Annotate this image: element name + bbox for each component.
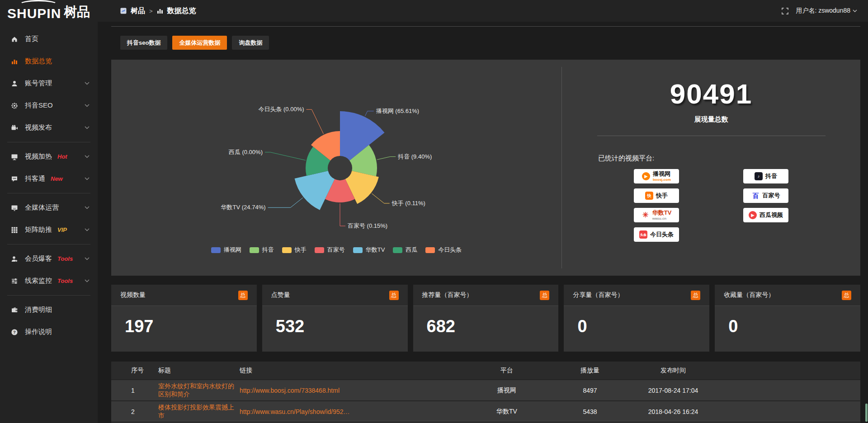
stat-card-video-count: 视频数量 总 197 [111, 285, 257, 352]
total-badge: 总 [238, 291, 248, 300]
username-label: 用户名: zswodun88 [796, 7, 850, 15]
sidebar-item-label: 矩阵助推 [25, 226, 52, 234]
pie-label-line [340, 203, 345, 226]
table-row: 2楼体投影灯投影效果震撼上市http://www.wasu.cn/Play/sh… [111, 401, 860, 422]
legend-item-快手[interactable]: 快手 [282, 246, 307, 254]
app-logo[interactable]: SHUPIN 树品 [7, 3, 90, 21]
pie-label-西瓜: 西瓜 (0.00%) [229, 148, 263, 156]
stat-card-like-count: 点赞量 总 532 [262, 285, 408, 352]
sidebar-item-help[interactable]: ?操作说明 [0, 321, 98, 343]
sidebar-item-member-burst[interactable]: 会员爆客Tools [0, 248, 98, 270]
row-checkbox-cell [111, 380, 127, 401]
platform-badge-boosj: ▶播视网boosj.com [634, 169, 679, 183]
pie-label-百家号: 百家号 (0.15%) [348, 222, 387, 230]
starburst-icon: ✳ [642, 211, 650, 219]
pie-label-line [377, 157, 396, 160]
sidebar-item-matrix-boost[interactable]: 矩阵助推VIP [0, 219, 98, 241]
sidebar: 首页数据总览账号管理抖音SEO视频发布视频加热Hot抖客通New全媒体运营矩阵助… [0, 22, 98, 423]
legend-swatch [250, 247, 259, 253]
legend-label: 抖音 [262, 246, 274, 254]
stat-card-value: 0 [728, 317, 860, 336]
sidebar-item-clue-monitor[interactable]: 线索监控Tools [0, 270, 98, 292]
sidebar-item-label: 视频加热 [25, 152, 52, 161]
sidebar-item-data-overview[interactable]: 数据总览 [0, 50, 98, 72]
video-url-link[interactable]: http://www.boosj.com/7338468.html [240, 387, 340, 394]
cell-platform: 华数TV [465, 401, 549, 422]
user-menu[interactable]: 用户名: zswodun88 [796, 7, 857, 15]
col-header-title: 标题 [154, 362, 235, 380]
legend-item-华数TV[interactable]: 华数TV [353, 246, 385, 254]
sidebar-item-video-heat[interactable]: 视频加热Hot [0, 146, 98, 168]
legend-item-百家号[interactable]: 百家号 [315, 246, 345, 254]
stat-card-recommend-count: 推荐量（百家号） 总 682 [413, 285, 559, 352]
pie-label-line [372, 193, 389, 203]
sidebar-item-home[interactable]: 首页 [0, 28, 98, 50]
home-icon [11, 36, 18, 43]
row-checkbox-cell [111, 401, 127, 422]
sidebar-item-badge: Tools [57, 277, 73, 284]
stat-card-share-count: 分享量（百家号） 总 0 [564, 285, 709, 352]
sidebar-item-douyin-seo[interactable]: 抖音SEO [0, 94, 98, 117]
platform-badges: ▶播视网boosj.com♪抖音快快手百百家号✳华数TVwasu.cn▶西瓜视频… [562, 169, 860, 242]
stat-card-header: 收藏量（百家号） 总 [715, 285, 860, 306]
stat-card-title: 分享量（百家号） [573, 291, 623, 299]
toutiao-icon: 头条 [639, 230, 647, 239]
legend-item-今日头条[interactable]: 今日头条 [425, 246, 462, 254]
platform-name: 播视网 [653, 171, 670, 177]
tab-omni-media-data[interactable]: 全媒体运营数据 [172, 36, 227, 50]
legend-swatch [393, 247, 402, 253]
play-circle-red-icon: ▶ [749, 211, 757, 219]
pie-label-line [365, 111, 374, 116]
trend-square-icon [120, 8, 127, 14]
svg-text:?: ? [13, 329, 16, 334]
tab-douyin-seo-data[interactable]: 抖音seo数据 [120, 36, 167, 50]
tab-inquiry-data[interactable]: 询盘数据 [232, 36, 269, 50]
sidebar-item-video-publish[interactable]: 视频发布 [0, 117, 98, 139]
sidebar-item-label: 抖音SEO [25, 101, 53, 110]
sidebar-item-omni-media[interactable]: 全媒体运营 [0, 197, 98, 219]
total-impressions-value: 90491 [562, 78, 860, 110]
breadcrumb-separator: > [149, 8, 153, 14]
legend-item-抖音[interactable]: 抖音 [250, 246, 274, 254]
sidebar-item-badge: Tools [57, 255, 73, 262]
sidebar-item-label: 抖客通 [25, 174, 45, 183]
sidebar-item-badge: New [51, 175, 63, 182]
legend-item-播视网[interactable]: 播视网 [211, 246, 241, 254]
chevron-down-icon [85, 279, 90, 282]
gear-icon [11, 102, 18, 109]
legend-item-西瓜[interactable]: 西瓜 [393, 246, 417, 254]
sidebar-item-consume-detail[interactable]: 消费明细 [0, 299, 98, 321]
video-url-link[interactable]: http://www.wasu.cn/Play/show/id/952… [240, 408, 350, 415]
pie-label-今日头条: 今日头条 (0.00%) [258, 105, 304, 113]
chevron-down-icon [85, 126, 90, 129]
header-divider [111, 26, 860, 27]
video-title-link[interactable]: 室外水纹灯和室内水纹灯的区别和简介 [158, 382, 234, 398]
sidebar-item-douketong[interactable]: 抖客通New [0, 168, 98, 190]
platform-name: 今日头条 [650, 231, 674, 238]
stat-card-title: 推荐量（百家号） [422, 291, 473, 299]
chart-panel: 播视网抖音快手百家号华数TV西瓜今日头条 播视网 (65.61%)抖音 (9.4… [111, 60, 860, 276]
total-impressions-label: 展现量总数 [562, 115, 860, 124]
main-content: 抖音seo数据全媒体运营数据询盘数据 播视网抖音快手百家号华数TV西瓜今日头条 … [98, 22, 868, 423]
scrollbar-thumb[interactable] [865, 404, 868, 422]
chevron-down-icon [85, 104, 90, 107]
sidebar-item-label: 视频发布 [25, 123, 52, 132]
header-checkbox-cell [111, 362, 127, 380]
stat-card-header: 推荐量（百家号） 总 [413, 285, 559, 306]
sidebar-item-account-manage[interactable]: 账号管理 [0, 72, 98, 94]
platform-name: 华数TV [652, 210, 672, 216]
video-title-link[interactable]: 楼体投影灯投影效果震撼上市 [158, 404, 234, 419]
breadcrumb-item-home[interactable]: 树品 [131, 6, 145, 16]
sidebar-item-badge: VIP [57, 226, 67, 233]
pie-slice-华数TV[interactable] [295, 171, 335, 210]
legend-label: 华数TV [366, 246, 385, 254]
cell-time: 2017-08-24 17:04 [631, 380, 715, 401]
stat-card-header: 点赞量 总 [262, 285, 408, 306]
wallet-icon [11, 306, 18, 314]
legend-swatch [211, 247, 221, 253]
chevron-down-icon [853, 9, 857, 12]
fullscreen-icon[interactable] [782, 8, 788, 14]
sidebar-item-label: 会员爆客 [25, 254, 52, 263]
stat-card-value: 0 [577, 317, 709, 336]
legend-swatch [353, 247, 363, 253]
